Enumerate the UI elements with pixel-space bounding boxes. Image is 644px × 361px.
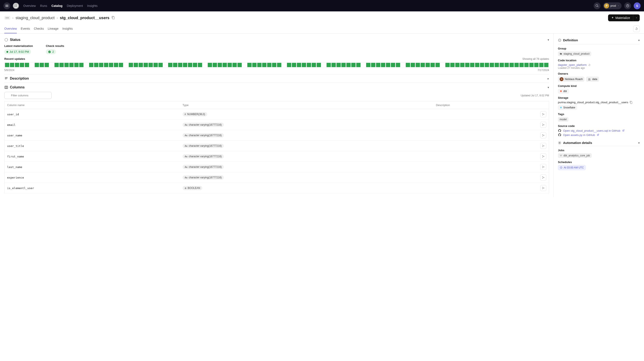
update-bar[interactable] [5, 63, 9, 67]
update-bar[interactable] [346, 63, 351, 67]
job-pill[interactable]: dbt_analytics_core_job [558, 153, 592, 158]
schedule-pill[interactable]: At 03:00 AM UTC [558, 165, 586, 170]
update-bar[interactable] [514, 63, 519, 67]
update-bar[interactable] [465, 63, 470, 67]
group-tag[interactable]: staging_cloud_product [558, 51, 591, 56]
update-bar[interactable] [213, 63, 217, 67]
materialize-dropdown[interactable] [633, 14, 640, 21]
update-bar[interactable] [30, 63, 34, 67]
refresh-button[interactable] [633, 25, 640, 32]
update-bar[interactable] [316, 63, 321, 67]
update-bar[interactable] [376, 63, 380, 67]
column-lineage-button[interactable] [540, 174, 546, 180]
update-bar[interactable] [480, 63, 484, 67]
update-bar[interactable] [74, 63, 78, 67]
update-bar[interactable] [257, 63, 262, 67]
update-bar[interactable] [25, 63, 29, 67]
update-bar[interactable] [440, 63, 445, 67]
update-bar[interactable] [411, 63, 415, 67]
subtab-lineage[interactable]: Lineage [48, 24, 58, 33]
update-bar[interactable] [54, 63, 59, 67]
update-bar[interactable] [168, 63, 172, 67]
update-bar[interactable] [287, 63, 291, 67]
update-bar[interactable] [119, 63, 123, 67]
column-lineage-button[interactable] [540, 185, 546, 191]
hamburger-menu[interactable] [4, 2, 10, 9]
update-bar[interactable] [252, 63, 256, 67]
description-section-header[interactable]: Description ▸ [4, 74, 549, 83]
update-bar[interactable] [500, 63, 504, 67]
update-bar[interactable] [510, 63, 514, 67]
update-bar[interactable] [520, 63, 524, 67]
compute-kind-pill[interactable]: ✖ dbt [558, 89, 569, 94]
columns-section-header[interactable]: Columns ▾ [4, 83, 549, 92]
column-lineage-button[interactable] [540, 132, 546, 138]
update-bar[interactable] [401, 63, 405, 67]
update-bar[interactable] [524, 63, 529, 67]
update-bar[interactable] [10, 63, 14, 67]
update-bar[interactable] [460, 63, 464, 67]
code-location-link[interactable]: dagster_open_platform [558, 63, 587, 66]
update-bar[interactable] [84, 63, 88, 67]
update-bar[interactable] [351, 63, 356, 67]
update-bar[interactable] [326, 63, 331, 67]
update-bar[interactable] [534, 63, 538, 67]
copy-name-button[interactable] [112, 16, 115, 20]
update-bar[interactable] [129, 63, 133, 67]
update-bar[interactable] [544, 63, 548, 67]
environment-selector[interactable]: P prod [603, 2, 622, 9]
update-bar[interactable] [455, 63, 460, 67]
update-bar[interactable] [163, 63, 168, 67]
update-bar[interactable] [312, 63, 316, 67]
update-bar[interactable] [529, 63, 534, 67]
storage-engine-pill[interactable]: ❄ Snowflake [558, 105, 577, 110]
user-avatar[interactable]: S [634, 2, 640, 9]
update-bar[interactable] [272, 63, 276, 67]
owner-pill[interactable]: data [586, 77, 599, 82]
column-lineage-button[interactable] [540, 122, 546, 128]
update-bar[interactable] [50, 63, 54, 67]
column-lineage-button[interactable] [540, 164, 546, 170]
update-bar[interactable] [445, 63, 450, 67]
update-bar[interactable] [406, 63, 410, 67]
update-bar[interactable] [504, 63, 509, 67]
nav-tab-insights[interactable]: Insights [87, 4, 98, 7]
update-bar[interactable] [40, 63, 44, 67]
update-bar[interactable] [188, 63, 192, 67]
update-bar[interactable] [64, 63, 69, 67]
update-bar[interactable] [430, 63, 435, 67]
update-bar[interactable] [44, 63, 49, 67]
update-bar[interactable] [391, 63, 395, 67]
column-lineage-button[interactable] [540, 111, 546, 117]
update-bar[interactable] [341, 63, 346, 67]
filter-columns-input[interactable] [4, 92, 52, 99]
update-bar[interactable] [322, 63, 326, 67]
update-bar[interactable] [183, 63, 187, 67]
update-bar[interactable] [99, 63, 103, 67]
update-bar[interactable] [35, 63, 39, 67]
update-bar[interactable] [178, 63, 182, 67]
update-bar[interactable] [114, 63, 118, 67]
update-bar[interactable] [154, 63, 158, 67]
update-bar[interactable] [158, 63, 163, 67]
update-bar[interactable] [198, 63, 202, 67]
update-bar[interactable] [89, 63, 94, 67]
update-bar[interactable] [124, 63, 128, 67]
update-bar[interactable] [332, 63, 336, 67]
update-bar[interactable] [144, 63, 148, 67]
update-bar[interactable] [450, 63, 454, 67]
update-bar[interactable] [277, 63, 281, 67]
update-bar[interactable] [356, 63, 360, 67]
update-bar[interactable] [371, 63, 376, 67]
definition-section-header[interactable]: Definition ▾ [558, 37, 640, 44]
update-bar[interactable] [69, 63, 74, 67]
update-bar[interactable] [79, 63, 84, 67]
update-bar[interactable] [218, 63, 222, 67]
update-bar[interactable] [490, 63, 494, 67]
nav-tab-overview[interactable]: Overview [23, 4, 36, 7]
source-link[interactable]: Open stg_cloud_product__users.sql in Git… [558, 129, 640, 132]
update-bar[interactable] [109, 63, 113, 67]
update-bar[interactable] [232, 63, 237, 67]
update-bar[interactable] [470, 63, 474, 67]
update-bar[interactable] [426, 63, 430, 67]
